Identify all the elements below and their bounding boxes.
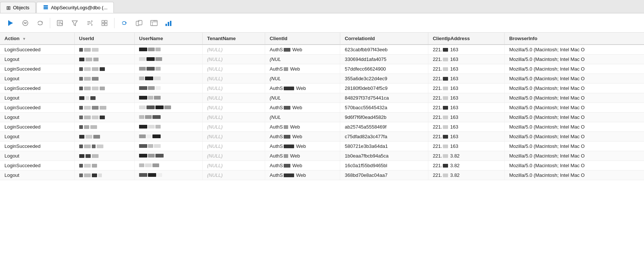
cell-action: LoginSucceeded (0, 64, 74, 74)
cell-clientid: AuthS Web (265, 45, 340, 55)
svg-rect-29 (165, 24, 167, 26)
stop-button[interactable] (19, 16, 32, 30)
cell-correlationid: 1b0eaa7fbcb94a5ca (340, 151, 428, 161)
cell-tenantname: (NULL) (203, 161, 265, 171)
cell-clientid: AuthS Web (265, 132, 340, 142)
col-username[interactable]: UserName (135, 33, 203, 45)
cell-clientipaddress: 221. 3.82 (428, 151, 505, 161)
tab-objects[interactable]: ⊞ Objects (0, 2, 36, 13)
col-clientipaddress[interactable]: ClientIpAddress (428, 33, 505, 45)
cell-userid (74, 142, 135, 151)
cell-correlationid: 28180f0deb074f5c9 (340, 84, 428, 93)
cell-clientid: AuthS Web (265, 122, 340, 132)
svg-rect-31 (170, 21, 171, 26)
grid-button[interactable] (98, 16, 111, 30)
col-action[interactable]: Action ▼ (0, 33, 74, 45)
cell-browserinfo: Mozilla/5.0 (Macintosh; Intel Mac O (505, 161, 644, 171)
sort-button[interactable] (83, 16, 96, 30)
table-row: LoginSucceeded (NULL) AuthS Web 28180f0d… (0, 84, 644, 93)
table-row: LoginSucceeded (NULL) AuthS Web 623cabfb… (0, 45, 644, 55)
tab-objects-label: Objects (13, 5, 29, 10)
execute-button[interactable] (4, 16, 17, 30)
cell-clientid: AuthS Web (265, 151, 340, 161)
cell-clientipaddress: 221. 163 (428, 55, 505, 64)
cell-tenantname: (NULL) (203, 84, 265, 93)
table-row: Logout (NULL) (NUL 355a6de3c22d4ec9 221.… (0, 74, 644, 84)
cell-action: Logout (0, 93, 74, 103)
svg-rect-22 (105, 23, 107, 26)
cell-correlationid: 57ddfecc66624900 (340, 64, 428, 74)
cell-browserinfo: Mozilla/5.0 (Macintosh; Intel Mac O (505, 55, 644, 64)
cell-tenantname: (NULL) (203, 93, 265, 103)
cell-action: LoginSucceeded (0, 103, 74, 113)
cell-username (135, 142, 203, 151)
cell-username (135, 132, 203, 142)
col-correlationid[interactable]: CorrelationId (340, 33, 428, 45)
edit-script-button[interactable] (53, 16, 67, 30)
cell-clientid: AuthS Web (265, 171, 340, 180)
cell-clientid: (NUL (265, 55, 340, 64)
tab-table-label: AbpSecurityLogs@dbo (... (51, 5, 107, 10)
svg-rect-2 (44, 8, 48, 9)
table-row: LoginSucceeded (NULL) AuthS Web 580721e3… (0, 142, 644, 151)
objects-icon: ⊞ (6, 5, 11, 11)
refresh2-button[interactable] (117, 16, 131, 30)
tab-table[interactable]: AbpSecurityLogs@dbo (... (36, 2, 114, 13)
table-row: LoginSucceeded (NULL) AuthS Web 16c0a1f5… (0, 161, 644, 171)
cell-username (135, 122, 203, 132)
cell-userid (74, 161, 135, 171)
cell-userid (74, 151, 135, 161)
table-row: LoginSucceeded (NULL) AuthS Web ab25745a… (0, 122, 644, 132)
cell-userid (74, 103, 135, 113)
cell-username (135, 113, 203, 122)
cell-correlationid: 570bacc55645432a (340, 103, 428, 113)
col-userid[interactable]: UserId (74, 33, 135, 45)
cell-browserinfo: Mozilla/5.0 (Macintosh; Intel Mac O (505, 45, 644, 55)
cell-username (135, 93, 203, 103)
cell-tenantname: (NULL) (203, 151, 265, 161)
cell-username (135, 84, 203, 93)
table-container: Action ▼ UserId UserName TenantName Clie… (0, 33, 644, 266)
table-header-row: Action ▼ UserId UserName TenantName Clie… (0, 33, 644, 45)
chart-button[interactable] (162, 16, 176, 30)
cell-username (135, 151, 203, 161)
col-browserinfo[interactable]: BrowserInfo (505, 33, 644, 45)
cell-clientid: (NUL (265, 74, 340, 84)
cell-browserinfo: Mozilla/5.0 (Macintosh; Intel Mac O (505, 103, 644, 113)
cell-username (135, 103, 203, 113)
cell-browserinfo: Mozilla/5.0 (Macintosh; Intel Mac O (505, 93, 644, 103)
cell-action: LoginSucceeded (0, 122, 74, 132)
cell-userid (74, 93, 135, 103)
cell-username (135, 74, 203, 84)
table-row: Logout (NULL) AuthS Web 1b0eaa7fbcb94a5c… (0, 151, 644, 161)
svg-marker-7 (42, 22, 43, 23)
cell-clientipaddress: 221. 163 (428, 113, 505, 122)
filter-button[interactable] (68, 16, 81, 30)
copy-button[interactable] (132, 16, 146, 30)
cell-action: Logout (0, 151, 74, 161)
cell-clientipaddress: 221. 3.82 (428, 171, 505, 180)
cell-userid (74, 132, 135, 142)
cell-clientid: AuthS Web (265, 161, 340, 171)
toolbar: ABC (0, 13, 644, 33)
cell-userid (74, 84, 135, 93)
cell-tenantname: (NULL) (203, 64, 265, 74)
col-clientid[interactable]: ClientId (265, 33, 340, 45)
cell-browserinfo: Mozilla/5.0 (Macintosh; Intel Mac O (505, 74, 644, 84)
cell-action: LoginSucceeded (0, 84, 74, 93)
refresh-button[interactable] (33, 16, 47, 30)
export-button[interactable]: ABC (147, 16, 161, 30)
table-row: Logout (NULL) (NUL 9d6f7f6f0ead4582b 221… (0, 113, 644, 122)
svg-rect-20 (105, 20, 107, 23)
cell-action: Logout (0, 74, 74, 84)
cell-browserinfo: Mozilla/5.0 (Macintosh; Intel Mac O (505, 113, 644, 122)
cell-username (135, 45, 203, 55)
cell-clientipaddress: 221. 163 (428, 122, 505, 132)
cell-browserinfo: Mozilla/5.0 (Macintosh; Intel Mac O (505, 84, 644, 93)
col-tenantname[interactable]: TenantName (203, 33, 265, 45)
cell-tenantname: (NULL) (203, 103, 265, 113)
cell-tenantname: (NULL) (203, 74, 265, 84)
svg-marker-17 (91, 24, 93, 26)
cell-clientipaddress: 221. 3.82 (428, 161, 505, 171)
svg-text:ABC: ABC (153, 20, 157, 22)
